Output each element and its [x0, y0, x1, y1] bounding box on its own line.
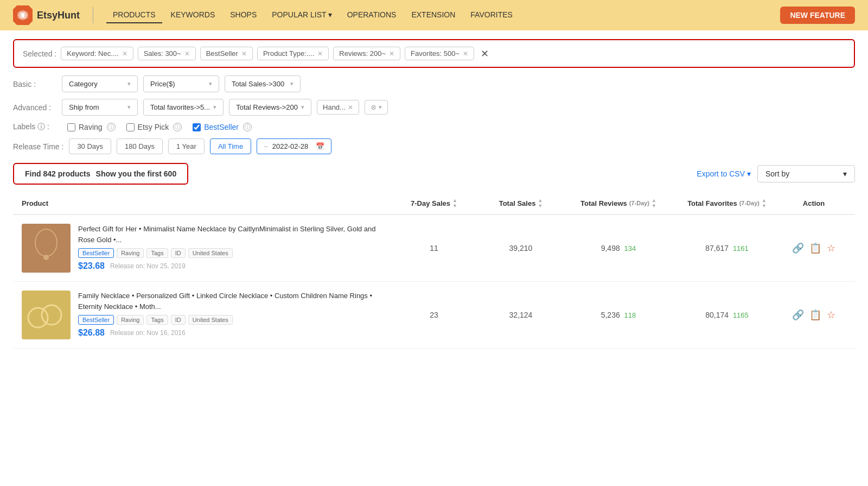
etsy-pick-checkbox-label[interactable]: Etsy Pick ⓘ: [126, 123, 182, 131]
col-total-reviews[interactable]: Total Reviews (7-Day) ▲▼: [564, 198, 673, 209]
tag-raving-1: Raving: [117, 248, 144, 258]
total-favorites-1: 87,617 1161: [673, 244, 781, 253]
basic-label: Basic :: [13, 80, 56, 89]
filter-tag-keyword[interactable]: Keyword: Nec.... ✕: [61, 47, 133, 60]
ship-from-dropdown[interactable]: Ship from ▾: [62, 99, 138, 116]
content-area: Selected : Keyword: Nec.... ✕ Sales: 300…: [0, 30, 868, 357]
sort-total-reviews[interactable]: ▲▼: [652, 198, 656, 209]
chevron-down-icon: ▾: [328, 10, 332, 19]
sort-by-dropdown[interactable]: Sort by ▾: [757, 165, 855, 182]
remove-product-type-filter[interactable]: ✕: [317, 50, 323, 58]
sort-total-favorites[interactable]: ▲▼: [762, 198, 767, 209]
sort-7day-sales[interactable]: ▲▼: [452, 198, 457, 209]
date-range-picker[interactable]: ~ 2022-02-28 📅: [257, 138, 331, 154]
etsy-pick-checkbox[interactable]: [126, 123, 135, 131]
col-product: Product: [22, 199, 391, 207]
table-row: Perfect Gift for Her • Minimalist Name N…: [13, 215, 855, 282]
find-products-text: Find 842 products: [25, 169, 91, 178]
remove-favorites-filter[interactable]: ✕: [463, 50, 468, 58]
list-action-1[interactable]: 📋: [809, 242, 821, 254]
col-7day-sales[interactable]: 7-Day Sales ▲▼: [391, 198, 477, 209]
product-title-1: Perfect Gift for Her • Minimalist Name N…: [78, 224, 391, 245]
filter-tag-product-type[interactable]: Product Type:.... ✕: [257, 47, 329, 60]
total-reviews-2: 5,236 118: [564, 311, 673, 319]
hand-dropdown-btn[interactable]: ⊗ ▾: [365, 100, 388, 115]
product-price-row-2: $26.88 Release on: Nov 16, 2016: [78, 328, 391, 338]
bestseller-info-icon: ⓘ: [243, 123, 252, 131]
nav-products[interactable]: PRODUCTS: [106, 7, 162, 23]
remove-hand-tag[interactable]: ✕: [348, 104, 353, 111]
product-info-2: Family Necklace • Personalized Gift • Li…: [22, 291, 391, 339]
30-days-btn[interactable]: 30 Days: [69, 138, 111, 154]
filter-tag-favorites[interactable]: Favorites: 500~ ✕: [405, 47, 474, 60]
remove-keyword-filter[interactable]: ✕: [122, 50, 127, 58]
header-divider: [93, 7, 93, 23]
product-release-1: Release on: Nov 25, 2019: [110, 262, 186, 270]
col-total-sales[interactable]: Total Sales ▲▼: [477, 198, 564, 209]
chevron-down-icon: ▾: [843, 169, 847, 178]
tag-tags-1: Tags: [146, 248, 168, 258]
main-nav: PRODUCTS KEYWORDS SHOPS POPULAR LIST ▾ O…: [106, 7, 519, 23]
chevron-down-icon: ▾: [209, 80, 212, 87]
bestseller-checkbox-label[interactable]: BestSeller ⓘ: [193, 123, 252, 131]
price-dropdown[interactable]: Price($) ▾: [143, 75, 219, 92]
reviews-delta-2: 118: [624, 311, 636, 319]
selected-filters-section: Selected : Keyword: Nec.... ✕ Sales: 300…: [13, 39, 855, 68]
star-action-2[interactable]: ☆: [827, 309, 835, 321]
hand-tag-chip: Hand... ✕: [317, 100, 359, 115]
raving-checkbox-label[interactable]: Raving ⓘ: [67, 123, 116, 131]
bestseller-checkbox[interactable]: [193, 123, 201, 131]
clear-all-filters[interactable]: ✕: [481, 48, 489, 60]
link-action-1[interactable]: 🔗: [792, 242, 804, 254]
logo: EtsyHunt: [13, 5, 80, 25]
product-release-2: Release on: Nov 16, 2016: [110, 329, 186, 337]
export-csv-button[interactable]: Export to CSV ▾: [697, 169, 751, 178]
total-reviews-1: 9,498 134: [564, 244, 673, 253]
1-year-btn[interactable]: 1 Year: [168, 138, 205, 154]
total-sales-1: 39,210: [477, 244, 564, 253]
raving-info-icon: ⓘ: [107, 123, 116, 131]
sales-7day-1: 11: [391, 244, 477, 253]
filter-tag-bestseller[interactable]: BestSeller ✕: [200, 47, 253, 60]
product-thumbnail-2[interactable]: [22, 291, 71, 339]
remove-bestseller-filter[interactable]: ✕: [241, 50, 247, 58]
total-sales-dropdown[interactable]: Total Sales->300 ▾: [225, 75, 301, 92]
product-price-row-1: $23.68 Release on: Nov 25, 2019: [78, 261, 391, 271]
total-sales-2: 32,124: [477, 311, 564, 319]
nav-favorites[interactable]: FAVORITES: [464, 7, 519, 23]
selected-label: Selected :: [23, 49, 56, 58]
release-time-label: Release Time :: [13, 142, 63, 151]
sort-total-sales[interactable]: ▲▼: [538, 198, 542, 209]
list-action-2[interactable]: 📋: [809, 309, 821, 321]
all-time-btn[interactable]: All Time: [210, 138, 251, 154]
header: EtsyHunt PRODUCTS KEYWORDS SHOPS POPULAR…: [0, 0, 868, 30]
filter-tag-reviews[interactable]: Reviews: 200~ ✕: [333, 47, 400, 60]
product-tags-1: BestSeller Raving Tags ID United States: [78, 248, 391, 258]
product-tags-2: BestSeller Raving Tags ID United States: [78, 315, 391, 325]
remove-reviews-filter[interactable]: ✕: [389, 50, 394, 58]
total-reviews-dropdown[interactable]: Total Reviews->200 ▾: [229, 99, 311, 116]
nav-shops[interactable]: SHOPS: [224, 7, 263, 23]
filter-tag-sales[interactable]: Sales: 300~ ✕: [138, 47, 196, 60]
product-thumbnail-1[interactable]: [22, 224, 71, 273]
star-action-1[interactable]: ☆: [827, 242, 835, 254]
sales-7day-2: 23: [391, 311, 477, 319]
nav-operations[interactable]: OPERATIONS: [341, 7, 403, 23]
etsy-pick-info-icon: ⓘ: [173, 123, 182, 131]
nav-keywords[interactable]: KEYWORDS: [164, 7, 222, 23]
release-time-row: Release Time : 30 Days 180 Days 1 Year A…: [13, 138, 855, 154]
labels-label: Labels ⓘ :: [13, 122, 56, 132]
link-action-2[interactable]: 🔗: [792, 309, 804, 321]
total-favorites-dropdown[interactable]: Total favorites->5... ▾: [143, 99, 224, 116]
nav-popular-list[interactable]: POPULAR LIST ▾: [265, 7, 338, 23]
180-days-btn[interactable]: 180 Days: [117, 138, 163, 154]
new-feature-button[interactable]: NEW FEATURE: [780, 7, 855, 24]
calendar-icon[interactable]: 📅: [316, 142, 324, 150]
remove-sales-filter[interactable]: ✕: [184, 50, 190, 58]
raving-checkbox[interactable]: [67, 123, 75, 131]
reviews-delta-1: 134: [624, 244, 636, 253]
col-total-favorites[interactable]: Total Favorites (7-Day) ▲▼: [673, 198, 781, 209]
product-info-1: Perfect Gift for Her • Minimalist Name N…: [22, 224, 391, 273]
category-dropdown[interactable]: Category ▾: [62, 75, 138, 92]
nav-extension[interactable]: EXTENSION: [405, 7, 462, 23]
